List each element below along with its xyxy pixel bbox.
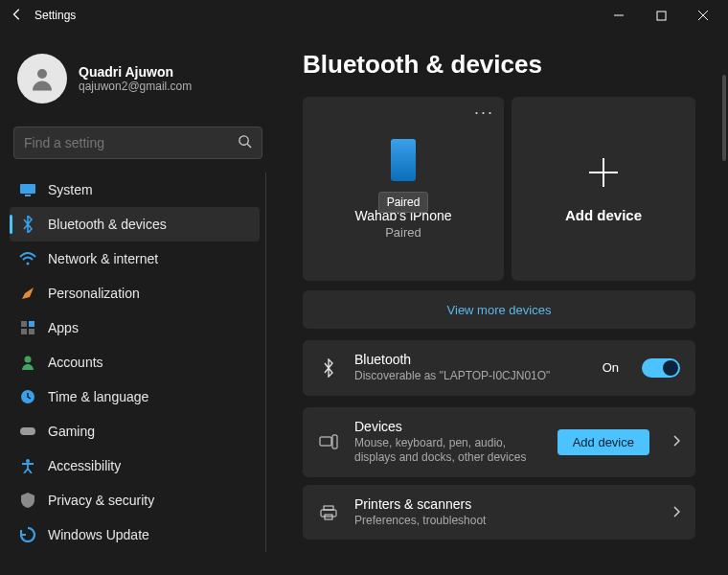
printers-row[interactable]: Printers & scanners Preferences, trouble… [303, 485, 695, 540]
nav-label: Personalization [48, 286, 140, 301]
phone-icon [391, 139, 416, 181]
view-more-label: View more devices [447, 303, 552, 317]
svg-rect-21 [321, 510, 336, 517]
bluetooth-icon [19, 216, 36, 233]
svg-rect-19 [332, 435, 337, 448]
add-device-button[interactable]: Add device [557, 429, 649, 455]
paired-tooltip: Paired [378, 192, 429, 213]
back-button[interactable] [4, 8, 31, 24]
svg-point-7 [27, 263, 30, 265]
sidebar-item-bluetooth-devices[interactable]: Bluetooth & devices [10, 207, 260, 242]
nav-label: Accounts [48, 355, 103, 370]
nav-label: Apps [48, 320, 79, 335]
svg-rect-11 [29, 329, 34, 334]
profile-block[interactable]: Quadri Ajuwon qajuwon2@gmail.com [10, 46, 266, 119]
bluetooth-row: Bluetooth Discoverable as "LAPTOP-I0CJN0… [303, 340, 695, 396]
nav-list: SystemBluetooth & devicesNetwork & inter… [10, 172, 266, 552]
shield-icon [19, 492, 36, 509]
paired-device-card[interactable]: ··· Paired Wahab's iPhone Paired [303, 97, 504, 281]
main-content: Bluetooth & devices ··· Paired Wahab's i… [276, 31, 728, 575]
bluetooth-subtitle: Discoverable as "LAPTOP-I0CJN01O" [354, 369, 587, 384]
sidebar-item-time-language[interactable]: Time & language [10, 380, 260, 414]
person-icon [19, 354, 36, 371]
chevron-right-icon [672, 505, 680, 520]
chevron-right-icon [672, 434, 680, 449]
profile-email: qajuwon2@gmail.com [79, 80, 192, 93]
sidebar-item-accounts[interactable]: Accounts [10, 345, 260, 380]
nav-label: System [48, 182, 93, 197]
svg-rect-14 [20, 427, 35, 435]
window-title: Settings [34, 9, 76, 22]
monitor-icon [19, 181, 36, 198]
clock-icon [19, 388, 36, 405]
svg-rect-5 [20, 184, 35, 194]
search-input[interactable] [24, 135, 238, 150]
add-device-card[interactable]: Add device [512, 97, 695, 281]
avatar [17, 54, 67, 104]
search-box[interactable] [13, 126, 262, 159]
sidebar-item-apps[interactable]: Apps [10, 310, 260, 345]
nav-label: Gaming [48, 424, 95, 439]
devices-title: Devices [354, 419, 542, 434]
nav-label: Windows Update [48, 527, 149, 542]
page-title: Bluetooth & devices [303, 50, 713, 80]
svg-point-12 [25, 356, 32, 363]
sidebar-item-accessibility[interactable]: Accessibility [10, 448, 260, 483]
nav-label: Bluetooth & devices [48, 217, 167, 232]
svg-point-3 [239, 136, 248, 145]
brush-icon [19, 285, 36, 302]
profile-name: Quadri Ajuwon [79, 64, 192, 80]
view-more-devices[interactable]: View more devices [303, 290, 695, 329]
devices-subtitle: Mouse, keyboard, pen, audio, displays an… [354, 436, 542, 466]
search-icon [238, 134, 252, 151]
printer-icon [318, 505, 339, 520]
devices-row[interactable]: Devices Mouse, keyboard, pen, audio, dis… [303, 407, 695, 477]
update-icon [19, 526, 36, 543]
printers-title: Printers & scanners [354, 496, 649, 512]
sidebar-item-system[interactable]: System [10, 172, 260, 207]
add-device-label: Add device [565, 207, 642, 223]
sidebar-item-gaming[interactable]: Gaming [10, 414, 260, 448]
sidebar-item-windows-update[interactable]: Windows Update [10, 518, 260, 552]
sidebar-item-personalization[interactable]: Personalization [10, 276, 260, 310]
bluetooth-toggle[interactable] [642, 358, 680, 378]
nav-label: Accessibility [48, 458, 121, 473]
svg-rect-8 [21, 321, 27, 327]
plus-icon [585, 154, 622, 194]
svg-point-2 [37, 69, 47, 79]
sidebar-item-privacy-security[interactable]: Privacy & security [10, 483, 260, 518]
nav-label: Network & internet [48, 251, 158, 266]
device-more-icon[interactable]: ··· [474, 103, 494, 123]
svg-rect-20 [324, 506, 333, 510]
nav-label: Time & language [48, 389, 148, 404]
accessibility-icon [19, 457, 36, 474]
scrollbar[interactable] [722, 75, 726, 161]
wifi-icon [19, 250, 36, 267]
svg-rect-9 [29, 321, 34, 327]
device-status: Paired [385, 225, 421, 240]
svg-rect-18 [320, 437, 331, 446]
sidebar-item-network-internet[interactable]: Network & internet [10, 242, 260, 276]
sidebar: Quadri Ajuwon qajuwon2@gmail.com SystemB… [0, 31, 276, 575]
maximize-button[interactable] [640, 0, 682, 31]
apps-icon [19, 319, 36, 336]
close-button[interactable] [682, 0, 724, 31]
devices-icon [318, 434, 339, 449]
titlebar: Settings [0, 0, 728, 31]
bluetooth-toggle-label: On [603, 360, 619, 375]
svg-rect-6 [25, 195, 31, 196]
svg-line-4 [247, 144, 251, 148]
nav-label: Privacy & security [48, 493, 154, 508]
svg-point-15 [26, 459, 30, 463]
bluetooth-title: Bluetooth [354, 352, 587, 367]
bluetooth-icon [318, 358, 339, 378]
svg-rect-10 [21, 329, 27, 334]
printers-subtitle: Preferences, troubleshoot [354, 514, 649, 529]
gamepad-icon [19, 423, 36, 440]
svg-rect-1 [657, 12, 666, 20]
minimize-button[interactable] [598, 0, 640, 31]
